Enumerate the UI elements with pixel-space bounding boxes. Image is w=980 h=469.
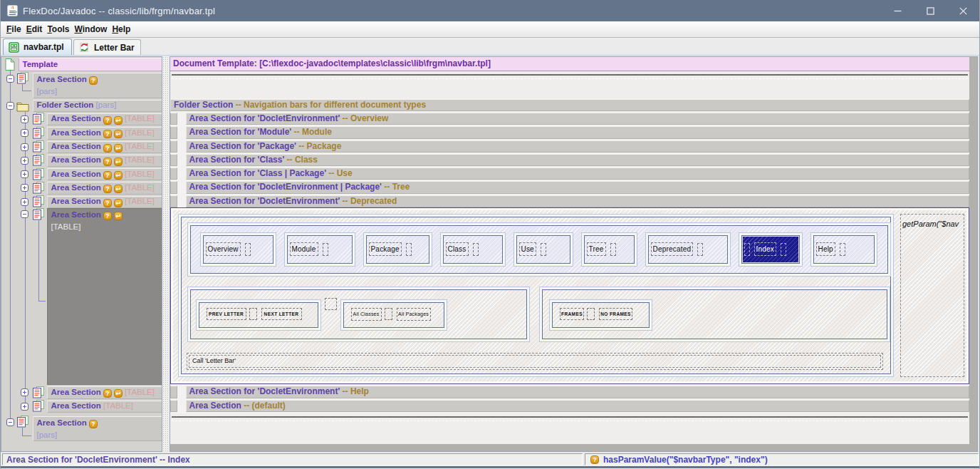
canvas-row-area-section[interactable]: Area Section for 'Module' -- Module: [170, 126, 969, 138]
canvas-row-area-section[interactable]: Area Section -- (default): [170, 400, 969, 412]
tree-toggle-collapsed[interactable]: [21, 403, 28, 411]
section-row-bar[interactable]: Area Section for 'Module' -- Module: [186, 126, 970, 138]
data-placeholder-box: [323, 243, 328, 256]
tree-node-area-section[interactable]: Area Section? [pars]: [33, 73, 163, 98]
tree-toggle-collapsed[interactable]: [21, 143, 28, 151]
nav-button-index-selected[interactable]: Index: [739, 232, 803, 267]
tree-node-area-section[interactable]: Area Section?↩ [TABLE]: [47, 196, 163, 208]
data-placeholder-box: [249, 308, 257, 320]
section-row-comment: -- Package: [298, 141, 341, 151]
row-gutter: [170, 181, 177, 193]
frames-nav-group: FRAMES NO FRAMES: [549, 299, 652, 331]
status-bar: Area Section for 'DocletEnvironment' -- …: [1, 453, 979, 466]
tab-letter-bar[interactable]: Letter Bar: [73, 39, 141, 55]
nav-button-tree[interactable]: Tree: [581, 232, 637, 267]
close-button[interactable]: [947, 0, 979, 21]
status-text: Area Section for 'DocletEnvironment' -- …: [6, 455, 190, 465]
tree-toggle-collapsed[interactable]: [21, 184, 28, 192]
tree-toggle-collapsed[interactable]: [21, 198, 28, 206]
canvas-row-area-section[interactable]: Area Section for 'Class | Package' -- Us…: [170, 168, 969, 180]
tree-toggle-collapsed[interactable]: [21, 115, 28, 123]
tree-node-area-section[interactable]: Area Section?↩ [TABLE]: [47, 182, 163, 194]
tree-node-label: Area Section?: [37, 75, 98, 86]
tree-toggle-expanded[interactable]: [6, 102, 14, 110]
section-row-bar[interactable]: Area Section for 'DocletEnvironment' -- …: [186, 386, 970, 398]
pars-dashed-border: [172, 78, 968, 79]
section-row-bar[interactable]: Folder Section -- Navigation bars for di…: [170, 99, 969, 111]
canvas-row-area-section[interactable]: Area Section for 'DocletEnvironment' -- …: [170, 113, 969, 125]
canvas-row-area-section[interactable]: Area Section for 'DocletEnvironment' -- …: [170, 195, 969, 207]
section-row-bar[interactable]: Area Section for 'Package' -- Package: [186, 140, 970, 153]
tree-node-area-section[interactable]: Area Section?↩ [TABLE]: [47, 386, 163, 398]
nav-button-help[interactable]: Help: [810, 232, 877, 267]
split-divider[interactable]: [162, 56, 170, 452]
tree-node-area-section[interactable]: Area Section?↩ [TABLE]: [47, 141, 163, 153]
tree-node-area-section[interactable]: Area Section?↩ [TABLE]: [47, 113, 163, 125]
nav-button-package[interactable]: Package: [363, 232, 432, 267]
section-row-label: Area Section for 'DocletEnvironment': [189, 196, 340, 206]
tree-toggle-collapsed[interactable]: [21, 170, 28, 178]
section-row-bar[interactable]: Area Section for 'DocletEnvironment | Pa…: [186, 181, 970, 193]
canvas-row-area-section[interactable]: Area Section for 'Package' -- Package: [170, 140, 969, 153]
canvas-row-area-section[interactable]: Area Section for 'DocletEnvironment' -- …: [170, 386, 969, 398]
menu-edit[interactable]: Edit: [26, 22, 43, 37]
tree-node-template[interactable]: Template: [19, 58, 163, 71]
canvas-row-area-section[interactable]: Area Section for 'DocletEnvironment | Pa…: [170, 181, 969, 193]
menu-tools[interactable]: Tools: [47, 22, 69, 37]
menu-help[interactable]: Help: [112, 22, 130, 37]
nav-button-module[interactable]: Module: [284, 232, 355, 267]
canvas-row-area-section[interactable]: Area Section for 'Class' -- Class: [170, 154, 969, 166]
expression-box[interactable]: getParam("$nav: [900, 214, 964, 377]
section-row-bar[interactable]: Area Section -- (default): [186, 400, 970, 412]
frames-button[interactable]: FRAMES: [560, 308, 584, 320]
area-section-icon: [32, 208, 45, 220]
tree-node-area-section-selected[interactable]: Area Section?↩ [TABLE]: [47, 208, 163, 385]
tree-node-area-section[interactable]: Area Section? [pars]: [33, 416, 163, 442]
nav-button-deprecated[interactable]: Deprecated: [645, 232, 731, 267]
section-row-bar[interactable]: Area Section for 'DocletEnvironment' -- …: [186, 113, 970, 125]
nav-button-class[interactable]: Class: [440, 232, 506, 267]
tree-toggle-collapsed[interactable]: [21, 388, 28, 396]
designer-block-selected[interactable]: Overview Module Package: [170, 207, 969, 384]
prev-letter-button[interactable]: PREV LETTER: [207, 308, 246, 320]
section-row-bar[interactable]: Area Section for 'Class' -- Class: [186, 154, 970, 166]
tree-node-area-section[interactable]: Area Section?↩ [TABLE]: [47, 168, 163, 180]
tree-line: [38, 220, 39, 302]
section-row-label: Area Section: [189, 401, 241, 411]
menu-window[interactable]: Window: [75, 22, 108, 37]
tree-toggle-expanded[interactable]: [6, 418, 14, 426]
tree-toggle-collapsed[interactable]: [21, 157, 28, 165]
nav-button-overview[interactable]: Overview: [200, 232, 276, 267]
data-placeholder-box: [840, 243, 845, 256]
area-section-icon: [32, 386, 45, 398]
condition-badge: ?: [103, 212, 112, 220]
no-frames-button[interactable]: NO FRAMES: [599, 308, 632, 320]
row-gutter: [170, 195, 177, 207]
next-letter-button[interactable]: NEXT LETTER: [261, 308, 302, 320]
tree-toggle-expanded[interactable]: [6, 75, 14, 83]
all-classes-button[interactable]: All Classes: [351, 308, 382, 321]
section-row-label: Area Section for 'DocletEnvironment': [189, 113, 340, 123]
section-row-bar[interactable]: Area Section for 'DocletEnvironment' -- …: [186, 195, 970, 207]
call-letter-bar[interactable]: Call 'Letter Bar': [187, 353, 883, 370]
tree-node-area-section[interactable]: Area Section?↩ [TABLE]: [47, 127, 163, 139]
menu-file[interactable]: File: [6, 22, 21, 37]
section-row-bar[interactable]: Area Section for 'Class | Package' -- Us…: [186, 168, 970, 180]
tree-node-area-section[interactable]: Area Section?↩ [TABLE]: [47, 155, 163, 167]
tree-node-label-text: Area Section: [51, 210, 101, 219]
maximize-button[interactable]: [914, 0, 947, 21]
nav-button-use[interactable]: Use: [514, 232, 573, 267]
tree-toggle-expanded[interactable]: [21, 210, 28, 218]
tree-node-area-section[interactable]: Area Section [TABLE]: [47, 401, 163, 413]
minimize-button[interactable]: [881, 0, 914, 21]
all-packages-button[interactable]: All Packages: [397, 308, 431, 321]
tab-label: Letter Bar: [94, 43, 135, 53]
tree-node-folder-section[interactable]: Folder Section [pars]: [33, 100, 163, 112]
tab-navbar-tpl[interactable]: navbar.tpl: [3, 38, 72, 55]
document-template-header[interactable]: Document Template: [C:\flexdoc-javadoc\t…: [170, 57, 969, 71]
scope-nav-group: All Classes All Packages: [340, 299, 447, 331]
tree-line: [22, 91, 31, 91]
tree-node-sub: [TABLE]: [51, 222, 81, 231]
tree-toggle-collapsed[interactable]: [21, 129, 28, 137]
canvas-row-folder-section[interactable]: Folder Section -- Navigation bars for di…: [170, 99, 969, 111]
